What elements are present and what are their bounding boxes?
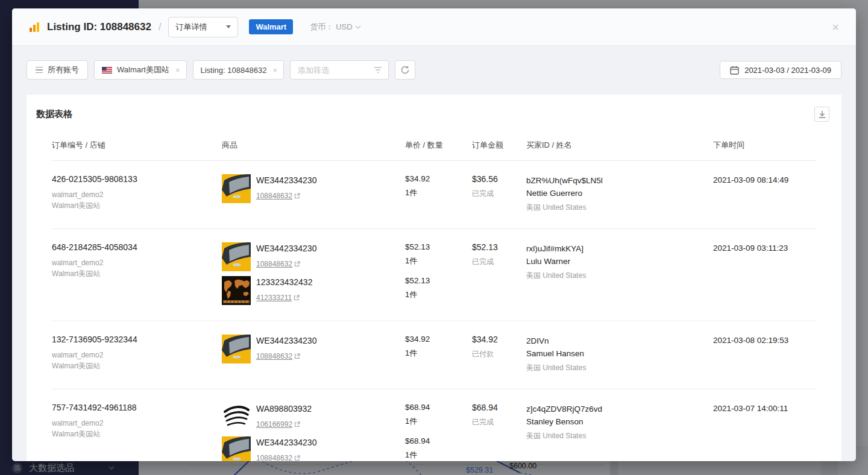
product-image-yellow-truck [222,335,251,363]
product-image-window-visors [222,403,251,432]
buyer-name: Nettie Guerrero [526,187,707,200]
unit-price: $68.94 [405,403,466,412]
external-link-icon [294,261,300,267]
col-buyer: 买家ID / 姓名 [526,127,713,160]
quantity: 1件 [405,450,466,461]
site-chip-label: Walmart美国站 [117,64,169,75]
account-name: walmart_demo2 [52,189,216,200]
quantity: 1件 [405,416,466,427]
buyer-name: Stanley Benson [526,415,707,428]
buyer-country: 美国 United States [526,431,707,441]
product-listing-link[interactable]: 106166992 [256,420,312,429]
product-listing-link[interactable]: 108848632 [256,260,316,268]
table-row: 757-7431492-4961188 walmart_demo2 Walmar… [52,389,816,461]
currency-value: USD [336,22,352,31]
date-range-picker[interactable]: 2021-03-03 / 2021-03-09 [720,61,841,79]
order-time: 2021-03-09 08:14:49 [713,175,788,184]
listing-link-text: 108848632 [256,192,292,200]
caret-down-icon [226,25,231,28]
buyer-id: 2DIVn [526,335,707,347]
chevron-down-icon [355,25,361,29]
data-table-card: 数据表格 订单编号 / 店铺 商品 单价 / 数量 订单金额 买家ID / 姓名… [27,95,841,461]
price-quantity: $34.92 1件 [405,335,466,363]
buyer-country: 美国 United States [526,363,707,373]
store-name: Walmart美国站 [52,429,216,439]
product-listing-link[interactable]: 108848632 [256,454,316,461]
product-title: WE3442334230 [256,244,316,253]
platform-badge: Walmart [249,19,293,34]
price-quantity: $52.13 1件 [405,276,466,305]
product-title: WE3442334230 [256,175,316,185]
listing-link-text: 108848632 [256,352,292,360]
currency-dropdown[interactable]: 货币： USD [310,22,360,33]
remove-listing-filter-icon[interactable]: × [272,66,277,75]
orders-table: 订单编号 / 店铺 商品 单价 / 数量 订单金额 买家ID / 姓名 下单时间… [27,127,841,461]
filter-bar: 所有账号 Walmart美国站 × Listing: 108848632 × [27,60,841,80]
unit-price: $68.94 [405,436,466,445]
col-product: 商品 [222,127,405,160]
col-amount: 订单金额 [472,127,526,160]
order-amount: $52.13 [472,242,520,252]
order-status: 已付款 [472,349,520,359]
view-type-select[interactable]: 订单详情 [168,17,238,37]
order-amount: $36.56 [472,174,520,184]
product-image-yellow-truck [222,174,251,203]
product-listing-link[interactable]: 108848632 [256,192,316,200]
table-row: 426-0215305-9808133 walmart_demo2 Walmar… [52,161,816,229]
quantity: 1件 [405,289,466,300]
store-name: Walmart美国站 [52,268,216,279]
order-time: 2021-03-09 03:11:23 [713,244,788,253]
us-flag-icon [102,67,112,74]
refresh-button[interactable] [395,60,415,80]
order-amount: $68.94 [472,403,520,412]
listing-chip-label: Listing: 108848632 [201,66,267,75]
table-row: 648-2184285-4058034 walmart_demo2 Walmar… [52,229,816,321]
price-quantity: $34.92 1件 [405,174,466,203]
buyer-name: Lulu Warner [526,255,707,268]
order-details-modal: Listing ID: 108848632 / 订单详情 Walmart 货币：… [12,8,856,461]
product-item: WE3442334230 108848632 [222,242,399,271]
download-button[interactable] [814,107,829,122]
product-image-yellow-truck [222,436,251,461]
view-type-value: 订单详情 [175,22,207,33]
unit-price: $34.92 [405,335,466,344]
close-icon[interactable]: × [832,21,839,33]
order-time: 2021-03-08 02:19:53 [713,336,788,345]
all-accounts-button[interactable]: 所有账号 [27,60,88,80]
product-image-world-map [222,276,251,305]
product-listing-link[interactable]: 412333211 [256,294,312,302]
quantity: 1件 [405,348,466,359]
calendar-icon [730,66,739,75]
order-id: 648-2184285-4058034 [52,242,216,252]
external-link-icon [294,421,300,427]
unit-price: $52.13 [405,276,466,285]
buyer-country: 美国 United States [526,203,707,213]
store-name: Walmart美国站 [52,200,216,211]
buyer-id: bZR%Uh(wFqv$LN5l [526,174,707,187]
buyer-id: z]c4qZDV8RjQ7z6vd [526,403,707,415]
store-name: Walmart美国站 [52,360,216,371]
price-quantity: $68.94 1件 [405,403,466,432]
account-name: walmart_demo2 [52,350,216,360]
site-filter-chip[interactable]: Walmart美国站 × [94,60,187,80]
external-link-icon [294,455,300,461]
product-item: WE3442334230 108848632 [222,335,399,363]
listing-link-text: 108848632 [256,454,292,461]
listing-link-text: 106166992 [256,420,292,429]
col-order-time: 下单时间 [713,127,816,160]
card-header: 数据表格 [27,95,841,127]
listing-filter-chip[interactable]: Listing: 108848632 × [193,60,284,80]
product-item: 123323432432 412333211 [222,276,399,305]
col-order-store: 订单编号 / 店铺 [52,127,222,160]
order-id: 132-7136905-9232344 [52,335,216,344]
product-item: WA898803932 106166992 [222,403,399,432]
product-title: 123323432432 [256,277,312,287]
add-filter-input[interactable] [298,66,364,75]
buyer-id: rxl)uJif#mkKYA] [526,242,707,255]
product-listing-link[interactable]: 108848632 [256,352,316,360]
remove-site-filter-icon[interactable]: × [175,66,180,75]
listing-link-text: 108848632 [256,260,292,268]
product-title: WE3442334230 [256,336,316,345]
order-time: 2021-03-07 14:00:11 [713,404,788,413]
all-accounts-label: 所有账号 [48,64,79,75]
